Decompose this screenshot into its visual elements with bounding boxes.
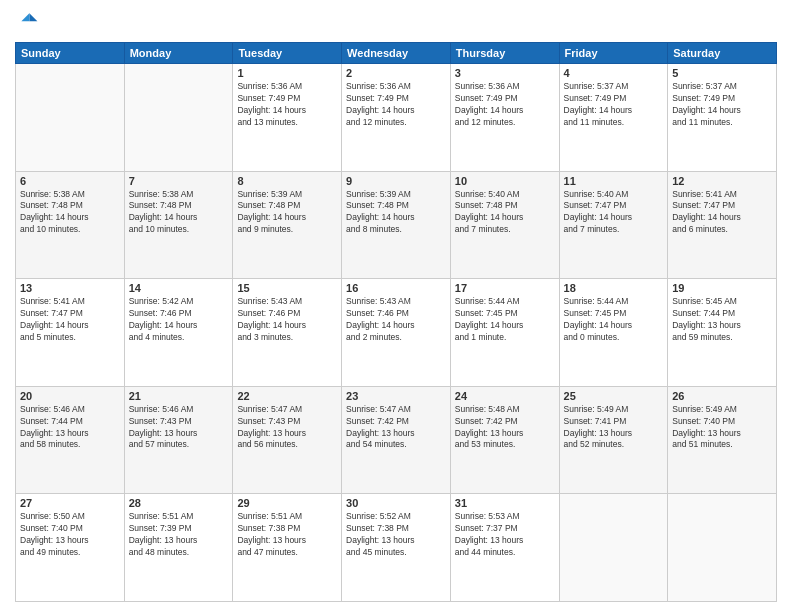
cell-date: 20 [20,390,120,402]
calendar-cell: 12Sunrise: 5:41 AM Sunset: 7:47 PM Dayli… [668,171,777,279]
cell-info: Sunrise: 5:40 AM Sunset: 7:47 PM Dayligh… [564,189,664,237]
calendar-cell: 13Sunrise: 5:41 AM Sunset: 7:47 PM Dayli… [16,279,125,387]
calendar-cell: 28Sunrise: 5:51 AM Sunset: 7:39 PM Dayli… [124,494,233,602]
weekday-header-wednesday: Wednesday [342,43,451,64]
calendar-cell: 23Sunrise: 5:47 AM Sunset: 7:42 PM Dayli… [342,386,451,494]
calendar-week-2: 6Sunrise: 5:38 AM Sunset: 7:48 PM Daylig… [16,171,777,279]
cell-date: 17 [455,282,555,294]
cell-info: Sunrise: 5:38 AM Sunset: 7:48 PM Dayligh… [129,189,229,237]
calendar-body: 1Sunrise: 5:36 AM Sunset: 7:49 PM Daylig… [16,64,777,602]
weekday-header-friday: Friday [559,43,668,64]
cell-date: 12 [672,175,772,187]
weekday-header-tuesday: Tuesday [233,43,342,64]
calendar-cell: 6Sunrise: 5:38 AM Sunset: 7:48 PM Daylig… [16,171,125,279]
weekday-header-thursday: Thursday [450,43,559,64]
cell-info: Sunrise: 5:48 AM Sunset: 7:42 PM Dayligh… [455,404,555,452]
cell-info: Sunrise: 5:45 AM Sunset: 7:44 PM Dayligh… [672,296,772,344]
cell-date: 18 [564,282,664,294]
calendar-cell: 22Sunrise: 5:47 AM Sunset: 7:43 PM Dayli… [233,386,342,494]
cell-date: 14 [129,282,229,294]
cell-date: 31 [455,497,555,509]
calendar-cell: 7Sunrise: 5:38 AM Sunset: 7:48 PM Daylig… [124,171,233,279]
logo [15,10,43,34]
cell-info: Sunrise: 5:52 AM Sunset: 7:38 PM Dayligh… [346,511,446,559]
cell-date: 10 [455,175,555,187]
calendar-cell: 4Sunrise: 5:37 AM Sunset: 7:49 PM Daylig… [559,64,668,172]
cell-info: Sunrise: 5:43 AM Sunset: 7:46 PM Dayligh… [346,296,446,344]
calendar-cell [559,494,668,602]
cell-date: 15 [237,282,337,294]
calendar-cell: 27Sunrise: 5:50 AM Sunset: 7:40 PM Dayli… [16,494,125,602]
calendar-cell: 25Sunrise: 5:49 AM Sunset: 7:41 PM Dayli… [559,386,668,494]
cell-date: 21 [129,390,229,402]
calendar-cell [668,494,777,602]
calendar-week-4: 20Sunrise: 5:46 AM Sunset: 7:44 PM Dayli… [16,386,777,494]
cell-info: Sunrise: 5:37 AM Sunset: 7:49 PM Dayligh… [564,81,664,129]
calendar-week-1: 1Sunrise: 5:36 AM Sunset: 7:49 PM Daylig… [16,64,777,172]
logo-icon [15,10,39,34]
calendar-cell: 18Sunrise: 5:44 AM Sunset: 7:45 PM Dayli… [559,279,668,387]
calendar-cell: 8Sunrise: 5:39 AM Sunset: 7:48 PM Daylig… [233,171,342,279]
cell-info: Sunrise: 5:36 AM Sunset: 7:49 PM Dayligh… [346,81,446,129]
cell-date: 27 [20,497,120,509]
cell-date: 1 [237,67,337,79]
calendar-cell [16,64,125,172]
cell-info: Sunrise: 5:46 AM Sunset: 7:44 PM Dayligh… [20,404,120,452]
calendar-cell: 10Sunrise: 5:40 AM Sunset: 7:48 PM Dayli… [450,171,559,279]
cell-info: Sunrise: 5:39 AM Sunset: 7:48 PM Dayligh… [346,189,446,237]
cell-info: Sunrise: 5:41 AM Sunset: 7:47 PM Dayligh… [20,296,120,344]
svg-marker-1 [21,13,29,21]
weekday-header-saturday: Saturday [668,43,777,64]
header [15,10,777,34]
cell-date: 28 [129,497,229,509]
calendar-cell: 14Sunrise: 5:42 AM Sunset: 7:46 PM Dayli… [124,279,233,387]
cell-info: Sunrise: 5:49 AM Sunset: 7:40 PM Dayligh… [672,404,772,452]
cell-info: Sunrise: 5:37 AM Sunset: 7:49 PM Dayligh… [672,81,772,129]
cell-date: 16 [346,282,446,294]
calendar-week-3: 13Sunrise: 5:41 AM Sunset: 7:47 PM Dayli… [16,279,777,387]
cell-info: Sunrise: 5:42 AM Sunset: 7:46 PM Dayligh… [129,296,229,344]
calendar-cell: 21Sunrise: 5:46 AM Sunset: 7:43 PM Dayli… [124,386,233,494]
cell-date: 23 [346,390,446,402]
cell-info: Sunrise: 5:51 AM Sunset: 7:39 PM Dayligh… [129,511,229,559]
cell-info: Sunrise: 5:51 AM Sunset: 7:38 PM Dayligh… [237,511,337,559]
cell-info: Sunrise: 5:44 AM Sunset: 7:45 PM Dayligh… [455,296,555,344]
cell-date: 30 [346,497,446,509]
cell-date: 22 [237,390,337,402]
calendar-cell: 19Sunrise: 5:45 AM Sunset: 7:44 PM Dayli… [668,279,777,387]
cell-date: 4 [564,67,664,79]
cell-info: Sunrise: 5:44 AM Sunset: 7:45 PM Dayligh… [564,296,664,344]
cell-date: 9 [346,175,446,187]
cell-info: Sunrise: 5:41 AM Sunset: 7:47 PM Dayligh… [672,189,772,237]
cell-date: 25 [564,390,664,402]
calendar-cell: 9Sunrise: 5:39 AM Sunset: 7:48 PM Daylig… [342,171,451,279]
calendar-cell: 29Sunrise: 5:51 AM Sunset: 7:38 PM Dayli… [233,494,342,602]
cell-info: Sunrise: 5:47 AM Sunset: 7:43 PM Dayligh… [237,404,337,452]
calendar-cell: 5Sunrise: 5:37 AM Sunset: 7:49 PM Daylig… [668,64,777,172]
calendar-cell: 3Sunrise: 5:36 AM Sunset: 7:49 PM Daylig… [450,64,559,172]
cell-date: 13 [20,282,120,294]
cell-info: Sunrise: 5:38 AM Sunset: 7:48 PM Dayligh… [20,189,120,237]
cell-date: 24 [455,390,555,402]
cell-info: Sunrise: 5:43 AM Sunset: 7:46 PM Dayligh… [237,296,337,344]
cell-info: Sunrise: 5:49 AM Sunset: 7:41 PM Dayligh… [564,404,664,452]
calendar-cell: 15Sunrise: 5:43 AM Sunset: 7:46 PM Dayli… [233,279,342,387]
calendar-cell: 16Sunrise: 5:43 AM Sunset: 7:46 PM Dayli… [342,279,451,387]
calendar-cell: 20Sunrise: 5:46 AM Sunset: 7:44 PM Dayli… [16,386,125,494]
weekday-header-sunday: Sunday [16,43,125,64]
weekday-header-monday: Monday [124,43,233,64]
cell-info: Sunrise: 5:39 AM Sunset: 7:48 PM Dayligh… [237,189,337,237]
cell-date: 19 [672,282,772,294]
calendar-cell: 1Sunrise: 5:36 AM Sunset: 7:49 PM Daylig… [233,64,342,172]
calendar-cell: 24Sunrise: 5:48 AM Sunset: 7:42 PM Dayli… [450,386,559,494]
svg-marker-0 [29,13,37,21]
cell-date: 3 [455,67,555,79]
calendar-week-5: 27Sunrise: 5:50 AM Sunset: 7:40 PM Dayli… [16,494,777,602]
cell-date: 26 [672,390,772,402]
cell-date: 6 [20,175,120,187]
calendar-cell: 30Sunrise: 5:52 AM Sunset: 7:38 PM Dayli… [342,494,451,602]
calendar-cell: 2Sunrise: 5:36 AM Sunset: 7:49 PM Daylig… [342,64,451,172]
cell-info: Sunrise: 5:36 AM Sunset: 7:49 PM Dayligh… [237,81,337,129]
cell-info: Sunrise: 5:50 AM Sunset: 7:40 PM Dayligh… [20,511,120,559]
cell-date: 11 [564,175,664,187]
